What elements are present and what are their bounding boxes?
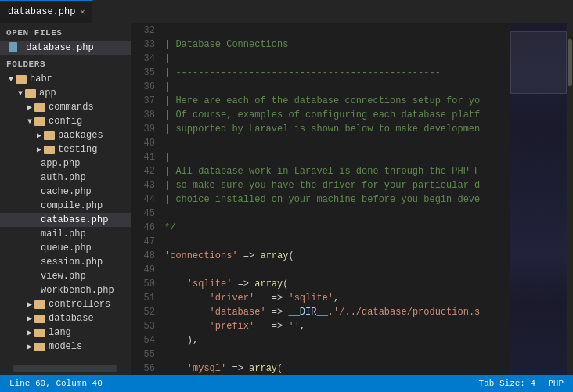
folder-lang[interactable]: ▶ lang	[0, 325, 131, 340]
line-number: 54	[135, 333, 155, 347]
status-left: Line 60, Column 40	[9, 379, 103, 388]
code-line: | Database Connections	[164, 38, 507, 52]
folder-arrow: ▶	[25, 102, 34, 112]
line-number: 56	[135, 361, 155, 375]
line-number: 53	[135, 319, 155, 333]
cursor-position: Line 60, Column 40	[9, 379, 103, 388]
tab-database-php[interactable]: database.php ✕	[0, 0, 93, 23]
status-bar: Line 60, Column 40 Tab Size: 4 PHP	[0, 375, 573, 392]
folder-controllers[interactable]: ▶ controllers	[0, 297, 131, 311]
code-line: 'prefix' => '',	[164, 319, 507, 333]
folder-models[interactable]: ▶ models	[0, 340, 131, 354]
code-line	[164, 136, 507, 150]
code-line	[164, 235, 507, 249]
file-compile-php[interactable]: compile.php	[0, 199, 131, 213]
line-number: 38	[135, 108, 155, 122]
code-line: | Of course, examples of configuring eac…	[164, 108, 507, 122]
folder-arrow: ▶	[34, 145, 44, 154]
sidebar: OPEN FILES database.php FOLDERS ▼ habr ▼…	[0, 23, 132, 375]
folder-icon	[44, 146, 55, 154]
folder-packages[interactable]: ▶ packages	[0, 128, 131, 142]
folder-arrow: ▼	[25, 117, 34, 126]
line-number: 46	[135, 221, 155, 235]
file-session-php[interactable]: session.php	[0, 255, 131, 269]
tab-size: Tab Size: 4	[479, 379, 536, 388]
folder-config[interactable]: ▼ config	[0, 114, 131, 128]
folder-icon	[34, 117, 45, 126]
code-line: | supported by Laravel is shown below to…	[164, 122, 507, 136]
tab-close-icon[interactable]: ✕	[80, 7, 85, 16]
file-app-php[interactable]: app.php	[0, 156, 131, 171]
line-number: 44	[135, 192, 155, 207]
line-number: 49	[135, 263, 155, 277]
folder-arrow: ▶	[25, 342, 34, 351]
line-number: 34	[135, 52, 155, 66]
folder-habr[interactable]: ▼ habr	[0, 72, 131, 86]
folder-icon	[16, 75, 27, 84]
folder-commands[interactable]: ▶ commands	[0, 100, 131, 114]
folder-arrow: ▶	[25, 328, 34, 337]
folder-arrow: ▼	[6, 75, 16, 84]
code-line: |	[164, 80, 507, 94]
file-database-php[interactable]: database.php	[0, 213, 131, 227]
folder-arrow: ▶	[25, 300, 34, 309]
folder-icon	[34, 329, 45, 337]
line-number: 36	[135, 80, 155, 94]
code-line	[164, 207, 507, 221]
line-number: 50	[135, 277, 155, 291]
file-view-php[interactable]: view.php	[0, 269, 131, 283]
line-number: 33	[135, 38, 155, 52]
code-line: 'sqlite' => array(	[164, 277, 507, 291]
file-mail-php[interactable]: mail.php	[0, 227, 131, 241]
line-number: 32	[135, 23, 155, 38]
code-line: 'database' => __DIR__.'/../database/prod…	[164, 305, 507, 319]
line-number: 55	[135, 347, 155, 361]
line-number: 52	[135, 305, 155, 319]
scrollbar-thumb[interactable]	[568, 39, 572, 86]
line-number: 45	[135, 207, 155, 221]
code-line: | --------------------------------------…	[164, 66, 507, 80]
line-number: 47	[135, 235, 155, 249]
minimap	[510, 23, 567, 375]
open-files-title: OPEN FILES	[0, 23, 131, 41]
folder-icon	[44, 131, 55, 140]
folder-icon	[34, 300, 45, 309]
code-line: | All database work in Laravel is done t…	[164, 164, 507, 178]
folder-database[interactable]: ▶ database	[0, 311, 131, 325]
folders-title: FOLDERS	[0, 55, 131, 72]
file-auth-php[interactable]: auth.php	[0, 171, 131, 185]
folder-arrow: ▶	[34, 131, 44, 140]
folder-app[interactable]: ▼ app	[0, 86, 131, 100]
file-icon	[9, 42, 17, 52]
code-line	[164, 347, 507, 361]
open-file-database-php[interactable]: database.php	[0, 41, 131, 55]
scrollbar-track[interactable]	[567, 23, 573, 375]
folder-arrow: ▼	[16, 89, 25, 98]
code-line	[164, 23, 507, 38]
code-editor[interactable]: | Database Connections|| ---------------…	[161, 23, 510, 375]
line-number: 39	[135, 122, 155, 136]
file-cache-php[interactable]: cache.php	[0, 185, 131, 199]
code-line: 'mysql' => array(	[164, 361, 507, 375]
folder-icon	[25, 89, 36, 98]
status-right: Tab Size: 4 PHP	[479, 379, 564, 388]
line-number: 51	[135, 291, 155, 305]
code-line: */	[164, 221, 507, 235]
line-number: 35	[135, 66, 155, 80]
language: PHP	[548, 379, 564, 388]
line-number: 37	[135, 94, 155, 108]
file-workbench-php[interactable]: workbench.php	[0, 283, 131, 297]
folder-icon	[34, 103, 45, 112]
folder-testing[interactable]: ▶ testing	[0, 142, 131, 156]
code-line: 'driver' => 'sqlite',	[164, 291, 507, 305]
editor-area: 3233343536373839404142434445464748495051…	[132, 23, 573, 375]
code-line: | Here are each of the database connecti…	[164, 94, 507, 108]
folder-icon	[34, 315, 45, 323]
folder-arrow: ▶	[25, 314, 34, 323]
line-number: 48	[135, 249, 155, 263]
code-line: | so make sure you have the driver for y…	[164, 178, 507, 192]
code-line	[164, 263, 507, 277]
code-line: 'connections' => array(	[164, 249, 507, 263]
line-numbers: 3233343536373839404142434445464748495051…	[132, 23, 161, 375]
file-queue-php[interactable]: queue.php	[0, 241, 131, 255]
